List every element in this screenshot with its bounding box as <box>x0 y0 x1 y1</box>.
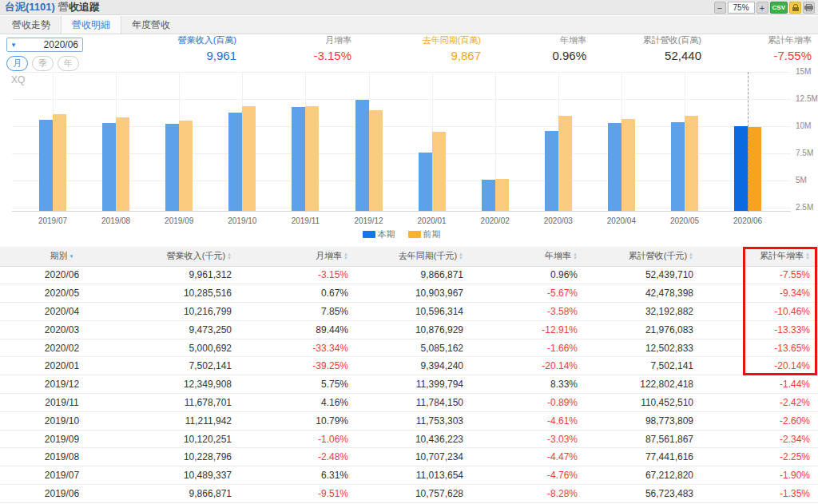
table-cell: 2019/09 <box>0 430 124 448</box>
bar-前期-2020/05[interactable] <box>685 116 698 211</box>
zoom-level-field[interactable]: 75% <box>728 2 755 14</box>
x-axis-label: 2020/05 <box>670 216 699 225</box>
table-row[interactable]: 2020/025,000,692-33.34%5,085,162-1.66%12… <box>0 339 818 357</box>
frequency-pill-月[interactable]: 月 <box>6 56 28 71</box>
csv-export-button[interactable]: CSV <box>770 2 788 14</box>
column-header-月增率[interactable]: 月增率▲▼ <box>240 247 356 266</box>
bar-本期-2020/03[interactable] <box>545 131 558 211</box>
column-header-期別[interactable]: 期別▼ <box>0 247 124 266</box>
bar-前期-2019/12[interactable] <box>369 110 383 211</box>
table-cell: 11,753,303 <box>356 411 471 430</box>
stat-value: -7.55% <box>636 49 812 62</box>
bar-本期-2019/09[interactable] <box>165 124 179 211</box>
bar-本期-2020/05[interactable] <box>671 122 685 211</box>
bar-本期-2019/12[interactable] <box>355 100 369 211</box>
revenue-tracking-window: 台泥(1101) 營收追蹤 − 75% + CSV 營收走勢營收明細年度營收 ▼… <box>0 0 818 504</box>
table-row[interactable]: 2020/069,961,312-3.15%9,866,8710.96%52,4… <box>0 266 818 284</box>
table-cell: -1.06% <box>240 430 356 448</box>
bar-本期-2020/02[interactable] <box>482 180 495 211</box>
table-cell: 7.85% <box>240 303 356 321</box>
table-cell: -2.48% <box>240 448 356 466</box>
table-cell: -8.28% <box>471 485 586 503</box>
bar-前期-2020/02[interactable] <box>495 179 509 211</box>
table-cell: 11,211,942 <box>124 411 240 430</box>
table-cell: 89.44% <box>240 320 356 339</box>
bar-本期-2020/01[interactable] <box>419 153 432 211</box>
bar-本期-2019/10[interactable] <box>228 113 242 211</box>
bar-前期-2020/01[interactable] <box>432 132 446 211</box>
table-row[interactable]: 2019/0910,120,251-1.06%10,436,223-3.03%8… <box>0 430 818 448</box>
column-header-累計營收(千元)[interactable]: 累計營收(千元)▲▼ <box>586 247 701 266</box>
table-row[interactable]: 2020/0510,285,5160.67%10,903,967-5.67%42… <box>0 284 818 303</box>
table-row[interactable]: 2019/1111,678,7014.16%11,784,150-0.89%11… <box>0 394 818 412</box>
zoom-in-button[interactable]: + <box>756 2 768 14</box>
table-cell: 2019/11 <box>0 394 124 412</box>
table-row[interactable]: 2019/069,866,871-9.51%10,757,628-8.28%56… <box>0 485 818 503</box>
frequency-pill-季[interactable]: 季 <box>32 56 54 71</box>
bar-本期-2020/04[interactable] <box>608 123 621 211</box>
table-row[interactable]: 2019/1212,349,9085.75%11,399,7948.33%122… <box>0 375 818 394</box>
bar-前期-2019/09[interactable] <box>179 121 193 211</box>
table-cell: 10,757,628 <box>356 485 471 503</box>
legend-item-前期[interactable]: 前期 <box>408 228 441 240</box>
bar-本期-2019/08[interactable] <box>102 123 116 211</box>
table-row[interactable]: 2019/1011,211,94210.79%11,753,303-4.61%9… <box>0 411 818 430</box>
column-header-去年同期(千元)[interactable]: 去年同期(千元)▲▼ <box>356 247 471 266</box>
print-icon[interactable] <box>803 2 815 14</box>
bar-前期-2020/06[interactable] <box>748 127 761 211</box>
bar-本期-2019/11[interactable] <box>292 107 305 211</box>
bar-本期-2020/06[interactable] <box>734 126 748 211</box>
table-cell: -33.34% <box>240 339 356 357</box>
table-cell: 21,976,083 <box>586 320 701 339</box>
tab-年度營收[interactable]: 年度營收 <box>121 16 181 34</box>
table-cell: 67,212,820 <box>586 466 701 485</box>
table-row[interactable]: 2020/017,502,141-39.25%9,394,240-20.14%7… <box>0 357 818 375</box>
x-axis-label: 2020/01 <box>418 216 447 225</box>
bar-前期-2019/10[interactable] <box>242 106 256 211</box>
table-row[interactable]: 2019/0710,489,3376.31%11,013,654-4.76%67… <box>0 466 818 485</box>
table-cell: 10,436,223 <box>356 430 471 448</box>
table-cell: -20.14% <box>471 357 586 375</box>
bar-前期-2020/04[interactable] <box>621 119 635 211</box>
table-cell: 10,707,234 <box>356 448 471 466</box>
table-cell: 2019/12 <box>0 375 124 394</box>
chart-legend: 本期前期 <box>12 228 791 240</box>
table-cell: -3.15% <box>240 266 356 284</box>
table-row[interactable]: 2020/039,473,25089.44%10,876,929-12.91%2… <box>0 320 818 339</box>
y-axis-tick: 5M <box>796 176 818 185</box>
lock-icon[interactable] <box>789 2 801 14</box>
column-header-營業收入(千元)[interactable]: 營業收入(千元)▲▼ <box>124 247 240 266</box>
revenue-table: 期別▼營業收入(千元)▲▼月增率▲▼去年同期(千元)▲▼年增率▲▼累計營收(千元… <box>0 247 818 503</box>
table-cell: 2019/08 <box>0 448 124 466</box>
bar-前期-2019/11[interactable] <box>305 106 319 211</box>
table-cell: -13.33% <box>701 320 818 339</box>
zoom-out-button[interactable]: − <box>714 2 726 14</box>
sort-icon: ▲▼ <box>573 252 578 260</box>
legend-swatch <box>408 231 421 238</box>
table-cell: 98,773,809 <box>586 411 701 430</box>
table-row[interactable]: 2019/0810,228,796-2.48%10,707,234-4.47%7… <box>0 448 818 466</box>
legend-item-本期[interactable]: 本期 <box>363 228 395 240</box>
table-cell: -1.35% <box>701 485 818 503</box>
x-axis-label: 2019/07 <box>38 216 67 225</box>
table-cell: -2.60% <box>701 411 818 430</box>
bar-前期-2020/03[interactable] <box>558 116 572 211</box>
page-title: 營收追蹤 <box>58 0 100 14</box>
table-cell: -10.46% <box>701 303 818 321</box>
tab-營收走勢[interactable]: 營收走勢 <box>2 16 61 34</box>
table-cell: -3.58% <box>471 303 586 321</box>
column-header-年增率[interactable]: 年增率▲▼ <box>471 247 586 266</box>
bar-前期-2019/07[interactable] <box>53 114 66 211</box>
table-cell: 9,866,871 <box>124 485 240 503</box>
column-header-累計年增率[interactable]: 累計年增率▲▼ <box>701 247 818 266</box>
bar-本期-2019/07[interactable] <box>39 120 53 211</box>
sort-icon: ▲▼ <box>459 252 463 260</box>
table-cell: 11,678,701 <box>124 394 240 412</box>
table-row[interactable]: 2020/0410,216,7997.85%10,596,314-3.58%32… <box>0 303 818 321</box>
table-cell: -3.03% <box>471 430 586 448</box>
table-cell: -1.44% <box>701 375 818 394</box>
chart-plot-area <box>12 72 791 212</box>
bar-前期-2019/08[interactable] <box>116 117 129 211</box>
table-cell: 0.67% <box>240 284 356 303</box>
tab-營收明細[interactable]: 營收明細 <box>61 16 121 34</box>
